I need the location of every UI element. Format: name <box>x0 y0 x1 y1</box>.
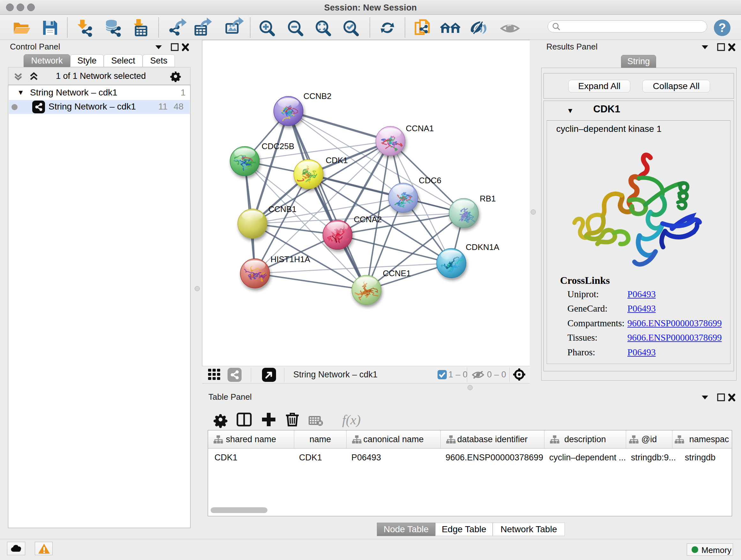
svg-text:CDC25B: CDC25B <box>262 141 294 151</box>
svg-text:CCNA1: CCNA1 <box>406 124 434 133</box>
svg-text:CDC6: CDC6 <box>419 176 441 185</box>
svg-text:CCNB2: CCNB2 <box>304 91 332 101</box>
svg-text:CDKN1A: CDKN1A <box>466 242 499 252</box>
svg-text:CCNA2: CCNA2 <box>354 214 382 224</box>
svg-text:CDK1: CDK1 <box>326 155 348 165</box>
svg-text:RB1: RB1 <box>480 194 496 203</box>
svg-text:CCNE1: CCNE1 <box>383 268 411 278</box>
svg-text:CCNB1: CCNB1 <box>268 204 296 214</box>
svg-text:?: ? <box>718 21 726 35</box>
svg-text:f(x): f(x) <box>342 413 360 428</box>
svg-text:HIST1H1A: HIST1H1A <box>271 254 311 264</box>
